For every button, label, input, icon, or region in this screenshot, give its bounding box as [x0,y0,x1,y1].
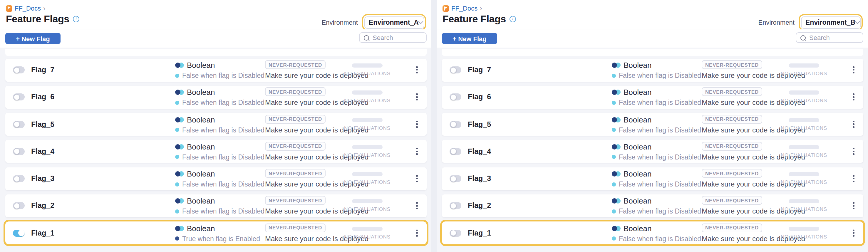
variation-text: False when flag is Disabled [182,181,265,188]
flag-row[interactable]: Flag_5 Boolean False when flag is Disabl… [442,113,863,136]
variation-dot-icon [612,101,616,105]
evaluations-bar [789,118,819,122]
row-menu-button[interactable] [851,92,856,102]
evaluations-label: NO EVALUATIONS [344,152,391,158]
flag-toggle[interactable] [13,202,25,210]
flag-type: Boolean [187,61,215,70]
row-menu-button[interactable] [414,65,420,75]
flag-toggle[interactable] [13,175,25,182]
flag-row[interactable]: Flag_1 Boolean False when flag is Disabl… [442,221,863,244]
row-menu-button[interactable] [851,119,856,129]
flag-type: Boolean [623,143,651,151]
boolean-type-icon [612,144,621,150]
row-menu-button[interactable] [414,228,420,238]
boolean-type-icon [175,198,184,204]
flag-row[interactable]: Flag_5 Boolean False when flag is Disabl… [5,113,427,136]
row-menu-button[interactable] [414,92,420,102]
row-menu-button[interactable] [414,200,420,211]
row-menu-button[interactable] [851,173,856,184]
flag-row[interactable]: Flag_2 Boolean False when flag is Disabl… [442,194,863,217]
row-menu-button[interactable] [414,119,420,129]
flag-row[interactable]: Flag_4 Boolean False when flag is Disabl… [442,140,863,163]
flag-toggle[interactable] [450,121,461,128]
flag-name[interactable]: Flag_6 [468,93,491,101]
flag-name[interactable]: Flag_5 [468,120,491,128]
boolean-type-icon [175,144,184,150]
flag-name[interactable]: Flag_3 [468,175,491,183]
flag-toggle[interactable] [450,148,461,155]
flag-toggle[interactable] [450,175,461,182]
flag-row[interactable]: Flag_7 Boolean False when flag is Disabl… [5,58,427,81]
breadcrumb-project-link[interactable]: FF_Docs [15,5,41,12]
flag-toggle[interactable] [450,94,461,101]
evaluations-label: NO EVALUATIONS [781,207,827,212]
flag-toggle[interactable] [450,66,461,73]
row-menu-button[interactable] [414,173,420,184]
info-icon[interactable]: i [73,16,79,22]
flag-name[interactable]: Flag_5 [31,120,54,128]
row-menu-button[interactable] [851,200,856,211]
search-box[interactable] [796,32,863,43]
flag-list: Flag_7 Boolean False when flag is Disabl… [437,48,868,252]
row-menu-button[interactable] [851,65,856,75]
flag-row[interactable]: Flag_3 Boolean False when flag is Disabl… [442,167,863,190]
flag-row[interactable]: Flag_6 Boolean False when flag is Disabl… [442,86,863,109]
status-badge: NEVER-REQUESTED [702,115,762,123]
search-input[interactable] [371,33,421,42]
toolbar: + New Flag [437,29,868,48]
flag-row[interactable]: Flag_7 Boolean False when flag is Disabl… [442,58,863,81]
info-icon[interactable]: i [509,16,516,22]
variation-dot-icon [175,73,179,77]
flag-toggle[interactable] [450,202,461,210]
flag-name[interactable]: Flag_2 [31,202,54,210]
evaluations-label: NO EVALUATIONS [781,70,827,76]
row-menu-button[interactable] [851,228,856,238]
flag-toggle[interactable] [13,66,25,73]
flag-name[interactable]: Flag_1 [468,229,491,237]
search-box[interactable] [359,32,427,43]
flag-type: Boolean [623,61,651,70]
flag-toggle[interactable] [450,229,461,237]
variation-dot-icon [612,155,616,159]
flag-name[interactable]: Flag_2 [468,202,491,210]
environment-label: Environment [758,19,795,26]
flag-name[interactable]: Flag_3 [31,175,54,183]
boolean-type-icon [612,117,621,123]
environment-select[interactable]: Environment_A [364,16,424,29]
status-badge: NEVER-REQUESTED [702,88,762,96]
flag-name[interactable]: Flag_6 [31,93,54,101]
flag-name[interactable]: Flag_7 [31,66,54,74]
flag-name[interactable]: Flag_1 [31,229,54,237]
toggle-knob [13,94,20,100]
status-badge: NEVER-REQUESTED [265,196,326,205]
flag-name[interactable]: Flag_7 [468,66,491,74]
toggle-knob [18,230,24,236]
row-menu-button[interactable] [414,146,420,157]
flag-row[interactable]: Flag_4 Boolean False when flag is Disabl… [5,140,427,163]
search-input[interactable] [808,33,858,42]
new-flag-button[interactable]: + New Flag [442,33,497,44]
new-flag-button[interactable]: + New Flag [5,33,61,44]
evaluations-bar [352,118,382,122]
breadcrumb-project-link[interactable]: FF_Docs [451,5,477,12]
variation-dot-icon [175,182,179,186]
environment-select[interactable]: Environment_B [801,16,861,29]
flag-toggle[interactable] [13,229,25,237]
partially-scrolled-row [442,49,863,56]
row-menu-button[interactable] [851,146,856,157]
flag-type: Boolean [187,115,215,124]
flag-name[interactable]: Flag_4 [31,148,54,156]
evaluations-label: NO EVALUATIONS [344,125,391,131]
evaluations-label: NO EVALUATIONS [344,70,391,76]
flag-toggle[interactable] [13,148,25,155]
flag-row[interactable]: Flag_6 Boolean False when flag is Disabl… [5,86,427,109]
flag-row[interactable]: Flag_3 Boolean False when flag is Disabl… [5,167,427,190]
flag-name[interactable]: Flag_4 [468,148,491,156]
boolean-type-icon [175,90,184,95]
flag-row[interactable]: Flag_1 Boolean True when flag is Enabled… [5,221,427,244]
flag-row[interactable]: Flag_2 Boolean False when flag is Disabl… [5,194,427,217]
flag-toggle[interactable] [13,121,25,128]
flag-type: Boolean [187,143,215,151]
flag-toggle[interactable] [13,94,25,101]
evaluations-bar [789,226,819,230]
